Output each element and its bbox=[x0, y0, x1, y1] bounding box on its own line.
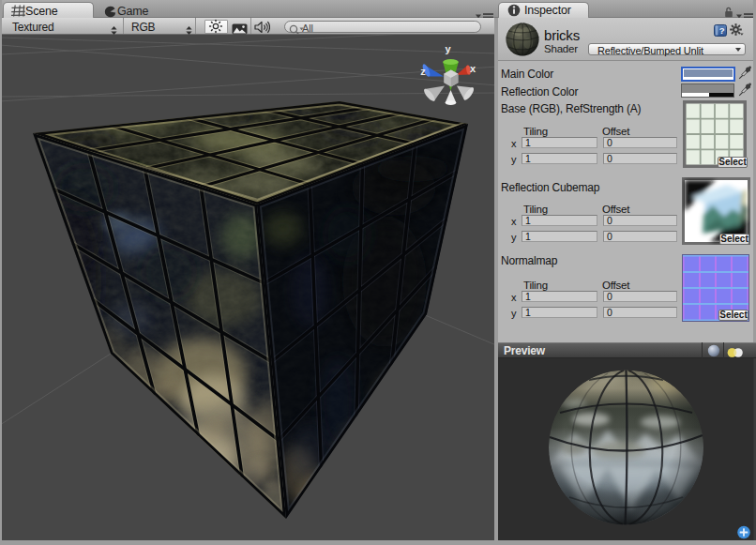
svg-text:?: ? bbox=[719, 25, 725, 36]
svg-text:y: y bbox=[445, 43, 451, 54]
svg-text:z: z bbox=[420, 66, 426, 77]
svg-text:x: x bbox=[470, 63, 476, 74]
